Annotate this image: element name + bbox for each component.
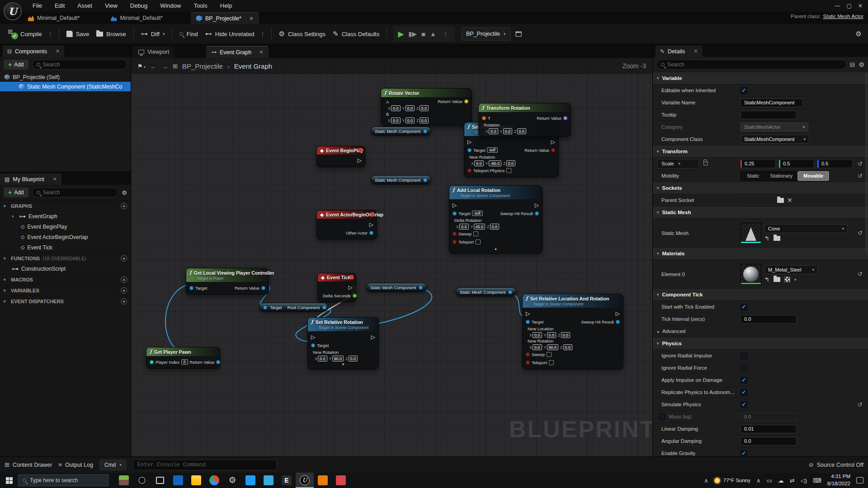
reset-to-default-icon[interactable]: ↺	[858, 271, 863, 277]
taskbar-clock[interactable]: 4:31 PM 8/18/2022	[827, 473, 850, 487]
class-defaults-button[interactable]: ✎Class Defaults	[329, 26, 383, 42]
value-field[interactable]: 0.0	[318, 356, 327, 361]
reset-to-default-icon[interactable]: ↺	[858, 160, 863, 167]
section-expand-icon[interactable]: ▾	[657, 210, 659, 215]
clear-socket-icon[interactable]: ✕	[787, 197, 793, 204]
viewport-tab[interactable]: Viewport	[133, 46, 175, 58]
play-options-button[interactable]: ⋮	[441, 31, 450, 38]
section-graphs[interactable]: ▾GRAPHS+	[0, 200, 131, 211]
object-pin[interactable]	[535, 211, 539, 216]
taskbar-icon-file-explorer[interactable]	[187, 473, 205, 488]
dropdown[interactable]: StaticMeshComponent▾	[741, 135, 809, 144]
asset-tab-2[interactable]: Minimal_Default*	[105, 12, 168, 24]
details-section-variable[interactable]: ▾Variable	[653, 72, 868, 84]
section-add-icon[interactable]: +	[121, 287, 127, 294]
scale-axis-dropdown[interactable]: Scale▾	[657, 159, 699, 169]
menu-edit[interactable]: Edit	[48, 0, 71, 12]
value-field[interactable]: 0.0	[406, 105, 415, 111]
value-field[interactable]: 0.0	[459, 224, 469, 230]
section-add-icon[interactable]: +	[121, 277, 127, 283]
blueprint-item-eventgraph[interactable]: ▾⊶EventGraph	[0, 211, 131, 221]
object-pin[interactable]	[322, 305, 326, 310]
details-section-physics[interactable]: ▾Physics	[653, 338, 868, 350]
item-expand-icon[interactable]: ▾	[12, 214, 16, 219]
section-expand-icon[interactable]: ▾	[4, 288, 8, 293]
section-expand-icon[interactable]: ▾	[657, 186, 659, 190]
close-button[interactable]: ✕	[858, 3, 863, 9]
checkbox[interactable]: ✓	[741, 450, 747, 457]
value-field[interactable]: 0.0	[406, 117, 415, 123]
exec-pin[interactable]: ▷	[371, 334, 375, 340]
checkbox[interactable]: ✓	[741, 401, 747, 408]
tab-close-icon[interactable]: ✕	[249, 15, 254, 22]
node-event-actorbeginoverlap[interactable]: ◈Event ActorBeginOverlap▷Other Actor	[316, 210, 377, 239]
my-blueprint-close-icon[interactable]: ✕	[53, 176, 57, 182]
class-settings-button[interactable]: ⚙Class Settings	[275, 26, 330, 42]
object-pin[interactable]	[467, 148, 472, 152]
value-field[interactable]: 0.0	[533, 344, 542, 350]
asset-tab-1[interactable]: Minimal_Default*	[23, 12, 85, 24]
menu-window[interactable]: Window	[154, 0, 187, 12]
text-field[interactable]: 0.0	[741, 413, 797, 421]
cmd-dropdown[interactable]: Cmd▾	[99, 460, 127, 470]
text-field[interactable]: 0.0	[741, 315, 797, 324]
components-close-icon[interactable]: ✕	[56, 48, 60, 54]
taskbar-icon-chrome[interactable]	[205, 473, 223, 488]
node-pill-smc-4[interactable]: Static Mesh Component	[456, 287, 516, 296]
node-transform-rotation[interactable]: ƒTransform RotationTReturn ValueRotation…	[478, 103, 571, 137]
menu-tools[interactable]: Tools	[187, 0, 213, 12]
menu-help[interactable]: Help	[214, 0, 239, 12]
mobility-option-static[interactable]: Static	[741, 172, 765, 180]
taskbar-icon-steamvr[interactable]	[332, 473, 350, 488]
bool-pin[interactable]	[453, 240, 457, 244]
blueprint-item-constructionscript[interactable]: ⊶ConstructionScript	[0, 263, 131, 274]
exec-pin[interactable]: ▷	[358, 158, 362, 163]
event-item[interactable]: ◇Event ActorBeginOverlap	[0, 232, 131, 242]
section-expand-icon[interactable]: ▾	[4, 256, 8, 261]
details-section-component-tick[interactable]: ▾Component Tick	[653, 289, 868, 301]
chevron-down-icon[interactable]: ▾	[794, 277, 797, 282]
details-section-transform[interactable]: ▾Transform	[653, 145, 868, 158]
node-checkbox[interactable]	[506, 168, 511, 173]
details-scrollbar[interactable]	[865, 72, 868, 253]
object-pin[interactable]	[261, 286, 265, 290]
hide-unrelated-options-button[interactable]: ⋮	[258, 31, 268, 38]
int-pin[interactable]	[150, 360, 154, 364]
node-pill-smc-3[interactable]: Static Mesh Component	[366, 283, 427, 292]
section-add-icon[interactable]: +	[121, 255, 127, 262]
lock-icon[interactable]	[703, 162, 708, 165]
exec-pin[interactable]: ▷	[311, 334, 315, 340]
value-field[interactable]: 45.0	[474, 224, 486, 230]
mass-override-checkbox[interactable]	[658, 413, 665, 420]
taskbar-icon-task-view[interactable]	[151, 473, 169, 488]
event-item[interactable]: ◇Event BeginPlay	[0, 221, 131, 232]
volume-tray-icon[interactable]: ◁)	[801, 477, 807, 484]
node-get-local-viewing-player-controller[interactable]: ƒGet Local Viewing Player ControllerTarg…	[186, 268, 269, 295]
details-settings-icon[interactable]: ⚙	[859, 61, 864, 68]
my-blueprint-add-button[interactable]: +Add	[4, 188, 28, 197]
debug-world-icon[interactable]: 🗔	[515, 30, 522, 38]
notification-center-icon[interactable]	[856, 477, 863, 483]
output-log-button[interactable]: ≡Output Log	[58, 461, 93, 468]
display-filter-icon[interactable]: ⊟	[850, 61, 855, 68]
tray-chevron-icon[interactable]: ∧	[756, 477, 761, 484]
find-button[interactable]: Find	[176, 26, 201, 42]
component-row[interactable]: BP_Projectile (Self)	[0, 72, 131, 82]
node-checkbox[interactable]	[476, 239, 481, 244]
details-section-sockets[interactable]: ▾Sockets	[653, 182, 868, 194]
value-field[interactable]: 0.0	[490, 224, 500, 230]
details-section-materials[interactable]: ▾Materials	[653, 248, 868, 260]
value-field[interactable]: 0.0	[489, 128, 498, 134]
console-command-input[interactable]	[133, 460, 277, 470]
object-pin[interactable]	[423, 129, 427, 133]
section-expand-icon[interactable]: ▾	[657, 251, 659, 256]
reset-to-default-icon[interactable]: ↺	[858, 173, 863, 179]
node-pill-smc-2[interactable]: Static Mesh Component	[371, 175, 431, 184]
text-field[interactable]: 0.0	[741, 437, 797, 446]
event-item[interactable]: ◇Event Tick	[0, 242, 131, 253]
object-pin[interactable]	[526, 320, 530, 324]
play-button[interactable]: ▶	[398, 29, 404, 39]
exec-pin[interactable]: ▷	[526, 311, 530, 316]
minimize-button[interactable]: —	[835, 3, 840, 9]
my-blueprint-search-input[interactable]	[43, 189, 114, 196]
